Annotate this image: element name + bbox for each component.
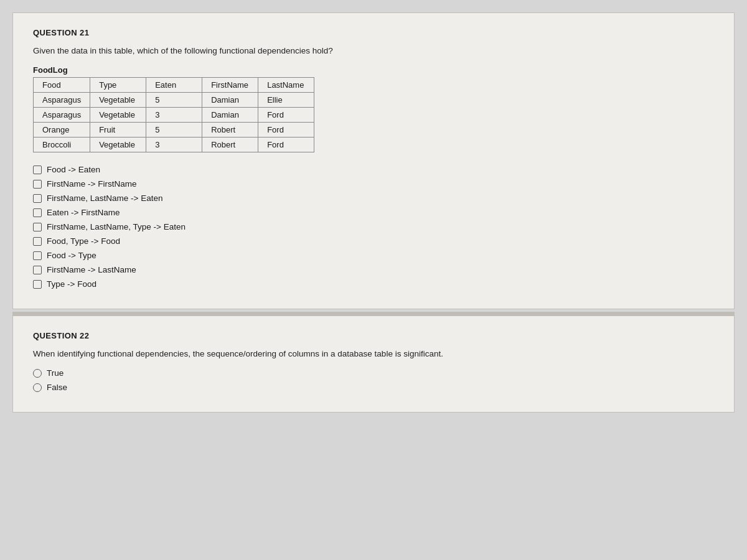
table-cell: Vegetable [90, 93, 146, 108]
checkbox-icon[interactable] [33, 166, 42, 174]
list-item[interactable]: FirstName, LastName, Type -> Eaten [33, 222, 714, 231]
list-item[interactable]: False [33, 383, 714, 392]
list-item[interactable]: Type -> Food [33, 279, 714, 289]
option-label: Food, Type -> Food [47, 236, 120, 246]
q21-options-list: Food -> EatenFirstName -> FirstNameFirst… [33, 165, 714, 289]
table-row: AsparagusVegetable5DamianEllie [34, 93, 314, 108]
table-cell: Ford [258, 108, 314, 123]
question-21-text: Given the data in this table, which of t… [33, 46, 714, 55]
table-row: BroccoliVegetable3RobertFord [34, 138, 314, 152]
col-header-eaten: Eaten [146, 78, 202, 93]
option-label: Type -> Food [47, 279, 96, 289]
table-label: FoodLog [33, 65, 714, 75]
option-label: Food -> Type [47, 251, 96, 260]
list-item[interactable]: Food -> Type [33, 251, 714, 260]
list-item[interactable]: FirstName -> FirstName [33, 179, 714, 189]
table-cell: Broccoli [34, 138, 90, 152]
radio-icon[interactable] [33, 369, 42, 378]
table-cell: Vegetable [90, 108, 146, 123]
question-21-number: QUESTION 21 [33, 28, 714, 37]
checkbox-icon[interactable] [33, 266, 42, 274]
table-cell: Orange [34, 123, 90, 138]
question-22-number: QUESTION 22 [33, 331, 714, 340]
table-cell: 3 [146, 138, 202, 152]
table-cell: Robert [202, 138, 258, 152]
table-cell: Asparagus [34, 93, 90, 108]
table-cell: Ford [258, 138, 314, 152]
option-label: FirstName -> FirstName [47, 179, 136, 189]
checkbox-icon[interactable] [33, 180, 42, 189]
checkbox-icon[interactable] [33, 251, 42, 260]
table-cell: Damian [202, 93, 258, 108]
list-item[interactable]: FirstName, LastName -> Eaten [33, 194, 714, 203]
table-cell: Vegetable [90, 138, 146, 152]
option-label: Eaten -> FirstName [47, 208, 120, 217]
col-header-lastname: LastName [258, 78, 314, 93]
table-cell: Damian [202, 108, 258, 123]
checkbox-icon[interactable] [33, 208, 42, 217]
option-label: Food -> Eaten [47, 165, 100, 174]
list-item[interactable]: Food, Type -> Food [33, 236, 714, 246]
table-cell: 3 [146, 108, 202, 123]
list-item[interactable]: Eaten -> FirstName [33, 208, 714, 217]
option-label: FirstName, LastName, Type -> Eaten [47, 222, 186, 231]
question-22-text: When identifying functional dependencies… [33, 349, 714, 358]
table-row: OrangeFruit5RobertFord [34, 123, 314, 138]
table-cell: 5 [146, 123, 202, 138]
checkbox-icon[interactable] [33, 194, 42, 203]
list-item[interactable]: True [33, 368, 714, 378]
table-cell: Ellie [258, 93, 314, 108]
col-header-firstname: FirstName [202, 78, 258, 93]
option-label: True [47, 368, 63, 378]
option-label: FirstName, LastName -> Eaten [47, 194, 162, 203]
option-label: FirstName -> LastName [47, 265, 136, 274]
table-cell: Robert [202, 123, 258, 138]
foodlog-table: Food Type Eaten FirstName LastName Aspar… [33, 77, 314, 152]
question-22-block: QUESTION 22 When identifying functional … [12, 315, 735, 413]
radio-icon[interactable] [33, 383, 42, 392]
table-cell: Asparagus [34, 108, 90, 123]
q22-options-list: TrueFalse [33, 368, 714, 392]
checkbox-icon[interactable] [33, 223, 42, 231]
table-cell: Ford [258, 123, 314, 138]
list-item[interactable]: Food -> Eaten [33, 165, 714, 174]
question-21-block: QUESTION 21 Given the data in this table… [12, 12, 735, 309]
list-item[interactable]: FirstName -> LastName [33, 265, 714, 274]
table-cell: Fruit [90, 123, 146, 138]
checkbox-icon[interactable] [33, 237, 42, 246]
table-row: AsparagusVegetable3DamianFord [34, 108, 314, 123]
col-header-type: Type [90, 78, 146, 93]
col-header-food: Food [34, 78, 90, 93]
checkbox-icon[interactable] [33, 280, 42, 289]
table-cell: 5 [146, 93, 202, 108]
option-label: False [47, 383, 67, 392]
